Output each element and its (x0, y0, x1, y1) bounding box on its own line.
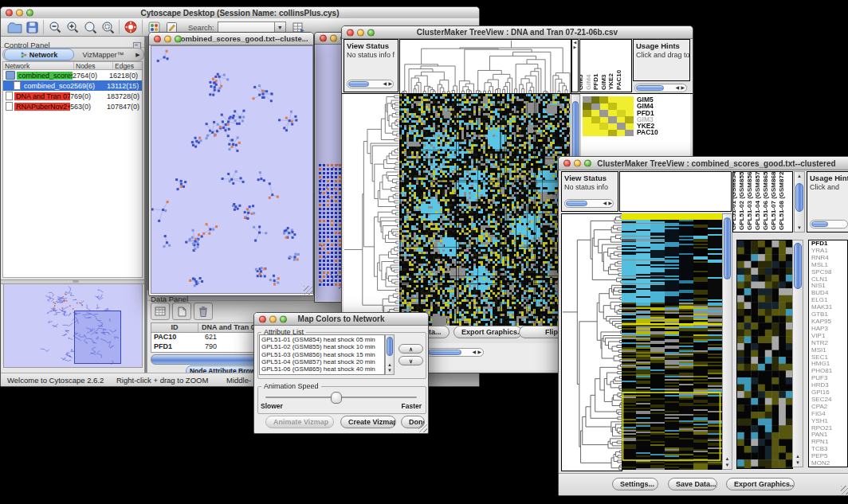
settings-button[interactable]: Settings... (612, 478, 658, 490)
column-label[interactable]: YKE2 (607, 73, 614, 90)
column-label[interactable]: GIM4 (585, 74, 592, 90)
zoom-in-icon[interactable] (64, 19, 81, 35)
close-icon[interactable] (347, 29, 354, 36)
attribute-item[interactable]: GPL51-06 (GSM865) heat shock 40 min (261, 365, 384, 373)
column-label[interactable]: PAC10 (615, 70, 622, 90)
gene-label[interactable]: MON2 (811, 460, 847, 467)
zoom-selected-icon[interactable] (99, 19, 116, 35)
resize-grip[interactable] (841, 486, 848, 494)
network-icon (21, 52, 27, 58)
zoom-window-icon[interactable] (367, 29, 375, 36)
close-icon[interactable] (320, 35, 327, 42)
attribute-item[interactable]: GPL51-07 (GSM868) heat shock 60 min (261, 373, 384, 375)
tab-network[interactable]: Network (4, 49, 74, 61)
column-label[interactable]: GIM5 (579, 74, 584, 90)
delete-attribute-trash-icon[interactable] (194, 303, 213, 320)
zoom-window-icon[interactable] (175, 35, 182, 42)
minimize-icon[interactable] (330, 35, 337, 42)
move-up-button[interactable]: ∧ (398, 344, 423, 354)
column-label[interactable]: GPL51-08 (GSM872) (778, 171, 785, 230)
main-window-title: Cytoscape Desktop (Session Name: collins… (141, 9, 340, 18)
network-tree-row[interactable]: DNA and Tran 07769(0)183728(0) (3, 91, 142, 101)
help-lifering-icon[interactable] (122, 19, 139, 35)
tabs-expander-icon[interactable]: ▶ (132, 52, 143, 58)
column-label[interactable]: GPL51-02 (GSM855) (738, 171, 745, 230)
attribute-item[interactable]: GPL51-03 (GSM856) heat shock 15 min (261, 351, 384, 358)
window-controls[interactable] (6, 10, 33, 17)
animation-speed-label: Animation Speed (261, 382, 321, 390)
column-label[interactable]: GPL51-07 (GSM868) (770, 171, 777, 230)
network-table-header: Network Nodes Edges (2, 61, 143, 70)
tv1-status-hscrollbar[interactable]: ◀▶ (347, 80, 394, 88)
new-attribute-icon[interactable] (172, 303, 191, 320)
zoom-out-icon[interactable] (46, 19, 64, 35)
minimize-icon[interactable] (357, 29, 364, 36)
close-icon[interactable] (154, 35, 161, 42)
network-tree-row[interactable]: RNAPuberNov2+563(0)107847(0) (3, 101, 142, 111)
tv2-labels-vscrollbar[interactable]: ▲▼ (794, 171, 805, 232)
minimize-icon[interactable] (16, 10, 23, 17)
main-titlebar[interactable]: Cytoscape Desktop (Session Name: collins… (1, 7, 479, 19)
close-icon[interactable] (259, 315, 266, 322)
tab-vizmapper[interactable]: VizMapper™ (74, 51, 132, 59)
save-data-button[interactable]: Save Data... (668, 478, 717, 490)
network-canvas[interactable] (151, 45, 313, 294)
attribute-item[interactable]: GPL51-01 (GSM854) heat shock 05 min (261, 336, 384, 343)
close-icon[interactable] (6, 10, 13, 17)
save-icon[interactable] (23, 19, 41, 35)
network-overview-canvas[interactable] (3, 283, 143, 368)
tv2-heatmap-vscrollbar[interactable]: ▲▼ (722, 213, 732, 470)
zoom-window-icon[interactable] (26, 10, 33, 17)
resize-grip[interactable] (418, 424, 427, 432)
tv1-usage-hints-text: Click and drag to (636, 51, 689, 59)
close-icon[interactable] (563, 160, 571, 167)
network-tree-row[interactable]: combined_scores2764(0)16218(0) (3, 70, 142, 80)
open-folder-icon[interactable] (6, 19, 23, 35)
column-label[interactable]: GPL51-04 (GSM857) (754, 171, 761, 230)
tv1-heatmap[interactable] (399, 94, 570, 326)
column-label[interactable]: GIM3 (600, 74, 607, 90)
column-label[interactable]: GPL51-03 (GSM856) (746, 171, 753, 230)
attribute-item[interactable]: GPL51-04 (GSM857) heat shock 20 min (261, 358, 384, 365)
attribute-list-vscrollbar[interactable]: ▲▼ (385, 334, 395, 375)
speed-slider-thumb[interactable] (331, 392, 342, 404)
network-view-titlebar[interactable]: combined_scores_good.txt--cluste... (149, 33, 313, 45)
network-canvas-dense[interactable] (316, 45, 344, 301)
tv1-bottom-hscrollbar[interactable]: ◀▶ (426, 348, 484, 357)
attribute-table-icon[interactable] (151, 303, 170, 320)
export-graphics-button[interactable]: Export Graphics... (453, 326, 522, 338)
attribute-listbox[interactable]: GPL51-01 (GSM854) heat shock 05 minGPL51… (259, 334, 385, 375)
tv2-row-dendrogram[interactable] (561, 213, 622, 471)
network-tree-row[interactable]: combined_sco2569(6)13112(15) (3, 80, 142, 91)
tv2-zoom-vscrollbar[interactable]: ▲▼ (792, 240, 803, 467)
attribute-item[interactable]: GPL51-02 (GSM855) heat shock 10 min (261, 343, 384, 350)
tv1-zoom-heatmap[interactable] (583, 96, 634, 136)
network2-titlebar[interactable] (315, 33, 344, 45)
zoom-window-icon[interactable] (584, 160, 591, 167)
column-label[interactable]: PFD1 (592, 74, 599, 90)
tv1-hints-hscrollbar[interactable]: ◀▶ (634, 84, 687, 92)
tv2-zoom-heatmap[interactable] (736, 240, 793, 469)
create-vizmap-button[interactable]: Create Vizmap (340, 416, 396, 428)
tv1-column-dendrogram[interactable] (399, 39, 571, 94)
zoom-fit-icon[interactable] (81, 19, 99, 35)
column-label[interactable]: GPL51-06 (GSM865) (762, 171, 769, 230)
animate-vizmap-button[interactable]: Animate Vizmap (265, 416, 334, 428)
tv2-titlebar[interactable]: ClusterMaker TreeView : combined_scores_… (559, 157, 848, 170)
nodes-count: 2764(0) (73, 72, 109, 80)
tv2-hints-hscrollbar[interactable] (810, 220, 848, 229)
column-label[interactable]: GPL51-01 (GSM854) (732, 171, 737, 230)
tv1-titlebar[interactable]: ClusterMaker TreeView : DNA and Tran 07-… (342, 26, 693, 39)
minimize-icon[interactable] (269, 315, 277, 322)
minimize-icon[interactable] (164, 35, 171, 42)
tv2-status-hscrollbar[interactable]: ◀▶ (564, 199, 614, 208)
move-down-button[interactable]: ∨ (398, 356, 423, 365)
dialog-titlebar[interactable]: Map Colors to Network (254, 313, 428, 326)
export-graphics-button[interactable]: Export Graphics... (726, 478, 795, 490)
resize-grip[interactable] (304, 286, 312, 295)
row-label[interactable]: PAC10 (637, 129, 658, 135)
minimize-icon[interactable] (574, 160, 581, 167)
tv1-row-dendrogram[interactable] (344, 94, 398, 326)
tv2-heatmap[interactable] (622, 213, 722, 470)
zoom-window-icon[interactable] (280, 315, 287, 322)
